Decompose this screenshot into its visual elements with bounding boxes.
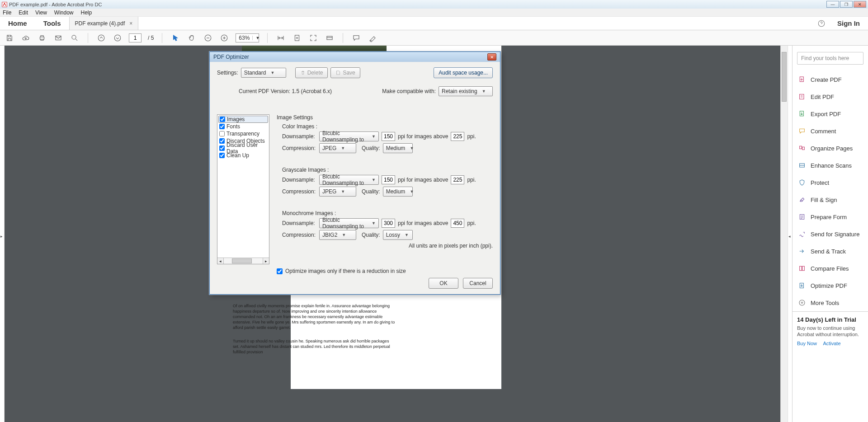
mono-compression-dropdown[interactable]: JBIG2▼ [319, 230, 356, 240]
tool-prepare-form[interactable]: Prepare Form [793, 208, 868, 225]
help-icon[interactable] [814, 17, 829, 30]
category-discard-user-data[interactable]: Discard User Data [218, 145, 268, 152]
tool-compare-files[interactable]: Compare Files [793, 260, 868, 277]
menu-help[interactable]: Help [81, 9, 92, 16]
scrollbar-thumb[interactable] [782, 52, 787, 102]
scroll-right-icon[interactable]: ▸ [263, 258, 269, 264]
mail-icon[interactable] [53, 33, 63, 43]
document-tab-label: PDF example (4).pdf [75, 20, 125, 27]
comment-icon[interactable] [351, 33, 361, 43]
category-clean-up-checkbox[interactable] [219, 153, 225, 158]
color-downsample-dropdown[interactable]: Bicubic Downsampling to▼ [319, 131, 379, 141]
color-above-input[interactable] [451, 132, 464, 141]
save-settings-button[interactable]: Save [330, 67, 360, 78]
zoom-dropdown[interactable]: 63%▼ [236, 33, 259, 42]
window-close-button[interactable]: ✕ [854, 1, 866, 8]
minimize-button[interactable]: — [826, 1, 839, 8]
close-tab-icon[interactable]: × [129, 20, 132, 27]
tool-more-tools[interactable]: More Tools [793, 294, 868, 311]
color-ppi-input[interactable] [382, 132, 395, 141]
category-fonts[interactable]: Fonts [218, 123, 268, 130]
ok-button[interactable]: OK [429, 278, 458, 289]
svg-point-6 [114, 35, 121, 41]
tool-export-pdf[interactable]: Export PDF [793, 105, 868, 122]
page-number-input[interactable] [129, 33, 142, 42]
tools-search-input[interactable]: Find your tools here [797, 52, 863, 65]
right-panel-collapse[interactable]: ◂ [788, 46, 792, 422]
category-transparency[interactable]: Transparency [218, 130, 268, 137]
read-mode-icon[interactable] [325, 33, 335, 43]
maximize-button[interactable]: ❐ [840, 1, 853, 8]
cancel-button[interactable]: Cancel [463, 278, 493, 289]
category-images-checkbox[interactable] [220, 117, 225, 122]
gray-quality-dropdown[interactable]: Medium▼ [383, 187, 413, 197]
color-quality-dropdown[interactable]: Medium▼ [383, 143, 413, 153]
panel-title: Image Settings [277, 114, 493, 121]
export-pdf-icon [798, 110, 806, 118]
settings-dropdown[interactable]: Standard▼ [241, 68, 286, 78]
optimize-only-checkbox[interactable] [277, 268, 283, 274]
zoom-in-icon[interactable] [219, 33, 229, 43]
tool-fill-sign[interactable]: Fill & Sign [793, 191, 868, 208]
highlight-icon[interactable] [368, 33, 377, 43]
left-panel-collapse[interactable]: ▸ [0, 46, 5, 422]
print-icon[interactable] [37, 33, 47, 43]
page-down-icon[interactable] [113, 33, 123, 43]
mono-downsample-dropdown[interactable]: Bicubic Downsampling to▼ [319, 218, 379, 228]
sign-in-button[interactable]: Sign In [829, 17, 868, 30]
category-scrollbar[interactable]: ◂▸ [217, 258, 269, 264]
delete-settings-button[interactable]: Delete [295, 67, 328, 78]
category-transparency-checkbox[interactable] [219, 131, 225, 136]
tab-tools[interactable]: Tools [35, 17, 69, 30]
tab-home[interactable]: Home [0, 17, 35, 30]
fullscreen-icon[interactable] [308, 33, 318, 43]
tool-enhance-scans[interactable]: Enhance Scans [793, 157, 868, 174]
activate-link[interactable]: Activate [823, 341, 840, 346]
scroll-left-icon[interactable]: ◂ [217, 258, 224, 264]
chevron-down-icon: ▼ [408, 189, 414, 194]
mono-quality-dropdown[interactable]: Lossy▼ [383, 230, 413, 240]
mono-above-input[interactable] [451, 219, 464, 228]
save-icon[interactable] [5, 33, 14, 43]
category-discard-objects-checkbox[interactable] [219, 138, 225, 144]
tool-comment[interactable]: Comment [793, 122, 868, 140]
menu-view[interactable]: View [35, 9, 47, 16]
category-fonts-checkbox[interactable] [219, 124, 225, 129]
tool-send-signature[interactable]: Send for Signature [793, 225, 868, 243]
gray-compression-dropdown[interactable]: JPEG▼ [319, 187, 356, 197]
gray-downsample-dropdown[interactable]: Bicubic Downsampling to▼ [319, 175, 379, 185]
tool-organize-pages[interactable]: Organize Pages [793, 140, 868, 157]
optimize-only-label: Optimize images only if there is a reduc… [285, 268, 406, 274]
gray-above-input[interactable] [451, 175, 464, 184]
fit-page-icon[interactable] [292, 33, 302, 43]
selection-arrow-icon[interactable] [170, 33, 180, 43]
search-icon[interactable] [70, 33, 80, 43]
compatible-dropdown[interactable]: Retain existing▼ [439, 86, 493, 96]
zoom-out-icon[interactable] [203, 33, 213, 43]
scrollbar-thumb[interactable] [232, 258, 252, 263]
page-up-icon[interactable] [96, 33, 106, 43]
document-tab[interactable]: PDF example (4).pdf × [69, 17, 139, 30]
menu-file[interactable]: File [3, 9, 11, 16]
fit-width-icon[interactable] [276, 33, 286, 43]
menu-window[interactable]: Window [54, 9, 74, 16]
vertical-scrollbar[interactable] [780, 46, 788, 422]
tool-optimize-pdf[interactable]: Optimize PDF [793, 277, 868, 294]
tools-panel: Find your tools here Create PDF Edit PDF… [792, 46, 868, 422]
audit-space-button[interactable]: Audit space usage... [434, 67, 493, 78]
buy-now-link[interactable]: Buy Now [797, 341, 817, 346]
cloud-icon[interactable] [21, 33, 31, 43]
dialog-titlebar[interactable]: PDF Optimizer ✕ [210, 52, 500, 62]
gray-ppi-input[interactable] [382, 175, 395, 184]
category-discard-user-data-checkbox[interactable] [219, 145, 225, 151]
tool-protect[interactable]: Protect [793, 174, 868, 191]
mono-ppi-input[interactable] [382, 219, 395, 228]
menu-edit[interactable]: Edit [19, 9, 28, 16]
category-images[interactable]: Images [218, 116, 268, 123]
color-compression-dropdown[interactable]: JPEG▼ [319, 143, 356, 153]
hand-icon[interactable] [187, 33, 197, 43]
tool-edit-pdf[interactable]: Edit PDF [793, 88, 868, 105]
dialog-close-button[interactable]: ✕ [487, 53, 496, 61]
tool-create-pdf[interactable]: Create PDF [793, 71, 868, 88]
tool-send-track[interactable]: Send & Track [793, 243, 868, 260]
